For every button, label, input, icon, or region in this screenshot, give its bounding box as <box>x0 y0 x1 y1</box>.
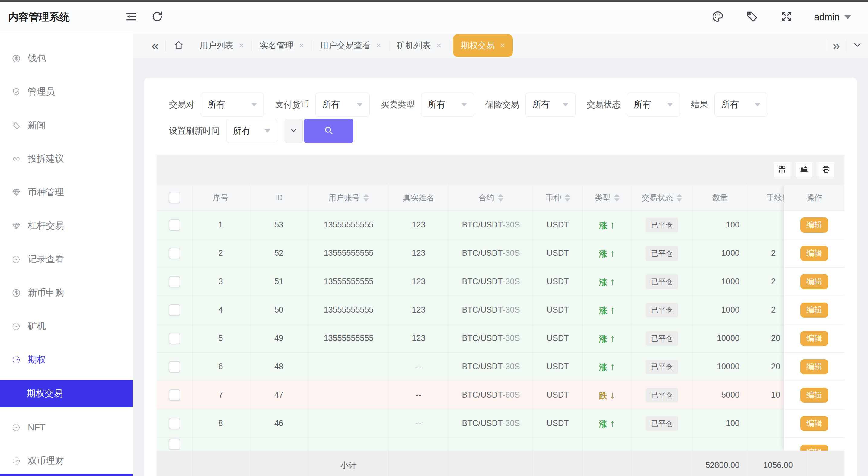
direction-cell: 涨 ↑ <box>583 324 632 352</box>
edit-button[interactable]: 编辑 <box>800 274 828 289</box>
gem-icon <box>11 188 21 197</box>
row-checkbox[interactable] <box>169 304 180 316</box>
edit-button[interactable]: 编辑 <box>800 218 828 232</box>
row-checkbox[interactable] <box>169 389 180 401</box>
tab-item[interactable]: 矿机列表× <box>389 33 449 58</box>
close-tab-icon[interactable]: × <box>299 41 304 51</box>
tab-item[interactable]: 用户交易查看× <box>312 33 389 58</box>
sidebar-item-coin-manage[interactable]: 币种管理 <box>0 176 133 209</box>
sort-icon[interactable] <box>614 194 620 201</box>
sidebar-item-label: 管理员 <box>28 86 55 98</box>
row-checkbox[interactable] <box>169 333 180 344</box>
sidebar-item-dual-invest[interactable]: 双币理财 <box>0 444 133 476</box>
tab-label: 用户列表 <box>199 40 233 51</box>
pay-currency-select[interactable]: 所有 <box>315 93 370 117</box>
sort-icon[interactable] <box>677 194 682 201</box>
edit-button[interactable]: 编辑 <box>800 303 828 318</box>
tab-item[interactable]: 用户列表× <box>192 33 251 58</box>
summary-cell <box>192 451 249 476</box>
tab-list: 用户列表×实名管理×用户交易查看×矿机列表×期权交易× <box>192 33 513 58</box>
trade-type-select[interactable]: 所有 <box>421 93 474 117</box>
coin-cell: USDT <box>533 381 583 409</box>
edit-button[interactable]: 编辑 <box>800 246 828 261</box>
refresh-time-select[interactable]: 所有 <box>226 119 277 143</box>
coin-cell: USDT <box>533 239 583 267</box>
row-checkbox[interactable] <box>169 276 180 287</box>
edit-button[interactable]: 编辑 <box>800 445 828 451</box>
sidebar-item-leverage-trade[interactable]: 杠杆交易 <box>0 209 133 243</box>
theme-palette-button[interactable] <box>709 9 726 26</box>
select-all-checkbox[interactable] <box>169 192 180 203</box>
account-cell <box>309 353 389 381</box>
sidebar-item-nft[interactable]: NFT <box>0 411 133 444</box>
sort-icon[interactable] <box>565 194 570 201</box>
tag-button[interactable] <box>744 9 761 26</box>
row-checkbox[interactable] <box>169 219 180 231</box>
expand-filters-button[interactable] <box>285 119 303 143</box>
result-select[interactable]: 所有 <box>714 93 768 117</box>
column-header-5[interactable]: 合约 <box>449 185 533 211</box>
contract-base: BTC/USDT <box>462 220 502 229</box>
tab-item[interactable]: 实名管理× <box>252 33 312 58</box>
sidebar-item-new-coin-subscribe[interactable]: 新币申购 <box>0 276 133 310</box>
column-settings-button[interactable] <box>774 162 790 178</box>
edit-button[interactable]: 编辑 <box>800 388 828 403</box>
sidebar-item-options[interactable]: 期权 <box>0 343 133 377</box>
tab-active[interactable]: 期权交易× <box>453 34 513 57</box>
real-name-cell: -- <box>389 409 449 437</box>
row-checkbox[interactable] <box>169 418 180 429</box>
sidebar-item-feedback[interactable]: 投拆建议 <box>0 142 133 176</box>
tabs-scroll-right-button[interactable]: » <box>826 33 846 58</box>
contract-base: BTC/USDT <box>462 305 502 315</box>
real-name-cell: 123 <box>389 267 449 296</box>
trading-pair-select[interactable]: 所有 <box>201 93 264 117</box>
edit-button[interactable]: 编辑 <box>800 359 828 374</box>
row-checkbox[interactable] <box>169 361 180 373</box>
close-tab-icon[interactable]: × <box>436 41 441 51</box>
close-tab-icon[interactable]: × <box>500 41 505 51</box>
edit-button[interactable]: 编辑 <box>800 331 828 346</box>
refresh-button[interactable] <box>149 9 166 26</box>
column-header-8[interactable]: 交易状态 <box>632 185 692 211</box>
real-name-cell: 123 <box>389 324 449 352</box>
sidebar-item-miner[interactable]: 矿机 <box>0 310 133 343</box>
column-header-6[interactable]: 币种 <box>533 185 583 211</box>
gauge-icon <box>11 423 21 432</box>
gauge-icon <box>11 322 21 331</box>
checkbox-cell <box>157 438 192 451</box>
close-tab-icon[interactable]: × <box>239 41 244 51</box>
tabs-scroll-left-button[interactable]: « <box>145 33 165 58</box>
table-toolbar <box>157 155 844 185</box>
sidebar-item-wallet[interactable]: 钱包 <box>0 42 133 75</box>
print-button[interactable] <box>818 162 834 178</box>
real-name-cell: 123 <box>389 211 449 239</box>
edit-button[interactable]: 编辑 <box>800 416 828 431</box>
sidebar-item-options-trade[interactable]: 期权交易 <box>0 380 133 407</box>
summary-label: 小计 <box>309 451 389 476</box>
filter-label-trade-status: 交易状态 <box>587 99 621 110</box>
insurance-select[interactable]: 所有 <box>525 93 576 117</box>
column-header-3[interactable]: 用户账号 <box>309 185 389 211</box>
sidebar-item-admin-manage[interactable]: 管理员 <box>0 75 133 108</box>
account-cell <box>309 409 389 437</box>
tab-options-button[interactable] <box>847 33 868 58</box>
export-button[interactable] <box>796 162 812 178</box>
cell <box>249 438 309 451</box>
sort-icon[interactable] <box>363 194 369 201</box>
trade-status-select[interactable]: 所有 <box>627 93 680 117</box>
collapse-menu-button[interactable] <box>123 9 140 26</box>
contract-cell: BTC/USDT-30S <box>449 211 533 239</box>
close-tab-icon[interactable]: × <box>376 41 381 51</box>
sidebar-item-news[interactable]: 新闻 <box>0 108 133 142</box>
sidebar-item-records[interactable]: 记录查看 <box>0 243 133 276</box>
sort-icon[interactable] <box>498 194 503 201</box>
fullscreen-button[interactable] <box>778 9 795 26</box>
id-cell: 53 <box>249 211 309 239</box>
column-header-7[interactable]: 类型 <box>583 185 632 211</box>
row-checkbox[interactable] <box>169 248 180 259</box>
user-menu[interactable]: admin <box>814 12 851 23</box>
direction-text: 涨 <box>599 306 607 315</box>
search-button[interactable] <box>304 119 353 143</box>
home-tab-button[interactable] <box>166 33 192 58</box>
row-checkbox[interactable] <box>169 439 180 450</box>
